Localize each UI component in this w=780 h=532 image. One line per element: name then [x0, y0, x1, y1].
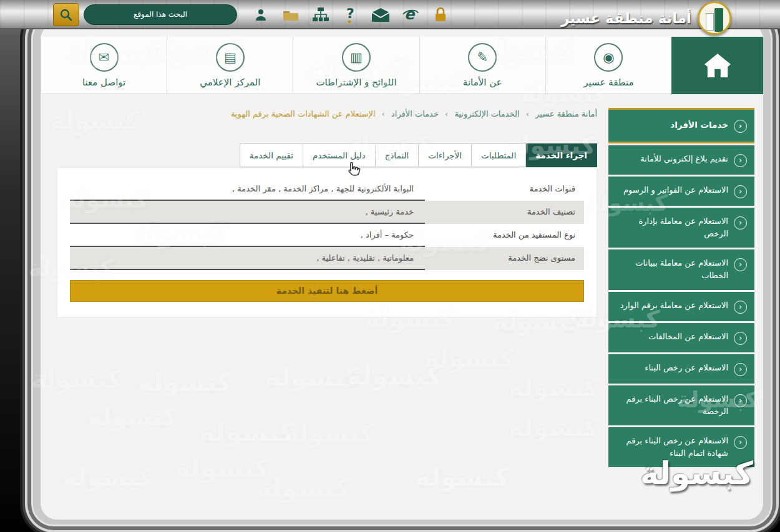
breadcrumb-link[interactable]: خدمات الأفراد [391, 109, 439, 118]
sidebar-item[interactable]: ‹ الاستعلام عن الفواتير و الرسوم [608, 177, 754, 206]
breadcrumb-separator: › [442, 109, 451, 118]
sidebar-item[interactable]: ‹ الاستعلام عن رخص البناء برقم الرخصة [608, 385, 754, 425]
chevron-left-icon: ‹ [734, 185, 747, 198]
service-row-value: معلوماتية , تقليدية , تفاعلية , [70, 247, 425, 270]
nav-item[interactable]: ◉ منطقة عسير [545, 37, 671, 94]
service-tab[interactable]: الأجراءات [418, 143, 472, 167]
service-table-row: نوع المستفيد من الخدمة حكومة – أفراد , [70, 224, 584, 247]
envelope-icon: ✉ [90, 43, 119, 72]
breadcrumb-link[interactable]: الإستعلام عن الشهادات الصحية برقم الهوية [231, 109, 376, 118]
sidebar-item-label: الاستعلام عن الفواتير و الرسوم [616, 184, 728, 196]
newspaper-icon: ▤ [216, 43, 245, 72]
browser-icon[interactable]: e [401, 5, 421, 25]
service-row-value: البوابة الألكترونية للجهة , مراكز الخدمة… [70, 178, 425, 201]
chevron-left-icon: ‹ [734, 301, 747, 314]
service-tab[interactable]: اجراء الخدمة [525, 143, 597, 167]
breadcrumb: أمانة منطقة عسير › الخدمات الإلكترونية ›… [57, 109, 597, 118]
website-page: ◉ منطقة عسير ✎ عن الأمانة ▥ اللوائح و ال… [41, 23, 763, 520]
svg-text:e: e [404, 7, 416, 23]
window-frame: ◉ منطقة عسير ✎ عن الأمانة ▥ اللوائح و ال… [31, 16, 773, 526]
mail-icon[interactable] [371, 5, 391, 25]
sidebar-item[interactable]: ‹ خدمات الأفراد [608, 108, 754, 143]
service-tab[interactable]: دليل المستخدم [303, 143, 376, 167]
sidebar-item-label: الاستعلام عن معاملة بإدارة الرخص [616, 215, 728, 240]
sidebar-item-label: خدمات الأفراد [616, 118, 728, 132]
logo-calligraphy-text: أمانة منطقة عسير [561, 10, 691, 26]
sidebar-item-label: الاستعلام عن معاملة ببيانات الخطاب [616, 257, 728, 282]
service-row-label: قنوات الخدمة [425, 178, 584, 201]
service-row-value: خدمة رئيسية , [70, 201, 425, 224]
folder-icon[interactable] [281, 5, 301, 25]
nav-item-label: منطقة عسير [583, 77, 633, 88]
services-sidebar: ‹ خدمات الأفراد ‹ تقديم بلاغ إلكتروني لل… [608, 108, 754, 520]
service-table-row: قنوات الخدمة البوابة الألكترونية للجهة ,… [70, 178, 584, 201]
help-icon[interactable]: ? [341, 5, 361, 25]
home-icon [703, 52, 732, 79]
municipality-emblem-icon [698, 1, 731, 35]
service-table-row: تصنيف الخدمة خدمة رئيسية , [70, 201, 584, 224]
top-navigation: ◉ منطقة عسير ✎ عن الأمانة ▥ اللوائح و ال… [41, 37, 763, 94]
service-row-label: مستوى نضج الخدمة [425, 247, 584, 270]
chevron-left-icon: ‹ [734, 258, 747, 271]
svg-text:?: ? [346, 6, 354, 21]
search-button[interactable] [53, 3, 79, 26]
chevron-left-icon: ‹ [734, 120, 747, 133]
nav-item[interactable]: ▥ اللوائح و الإشتراطات [293, 37, 419, 94]
nav-item-label: اللوائح و الإشتراطات [316, 77, 396, 88]
nav-item-label: المركز الإعلامي [200, 77, 260, 88]
sidebar-item-label: الاستعلام عن رخص البناء برقم الرخصة [616, 393, 728, 418]
sitemap-icon[interactable] [311, 5, 331, 25]
sidebar-item[interactable]: ‹ الاستعلام عن رخص البناء [608, 354, 754, 384]
browser-toolbar: البحث هذا الموقع ? e أمانة منطقة عسير [0, 0, 780, 29]
content-column: أمانة منطقة عسير › الخدمات الإلكترونية ›… [41, 94, 608, 520]
sidebar-item-label: تقديم بلاغ إلكتروني للأمانة [616, 153, 728, 165]
breadcrumb-separator: › [379, 109, 388, 118]
chevron-left-icon: ‹ [734, 394, 747, 407]
pencil-note-icon: ✎ [468, 43, 497, 72]
sidebar-item-label: الاستعلام عن رخص البناء برقم شهادة اتمام… [616, 435, 728, 460]
user-icon[interactable] [251, 5, 271, 25]
toolbar-icons: ? e [251, 4, 451, 26]
chevron-left-icon: ‹ [734, 154, 747, 167]
service-table-row: مستوى نضج الخدمة معلوماتية , تقليدية , ت… [70, 247, 584, 270]
service-tabs: اجراء الخدمة المتطلبات الأجراءات النماذج… [57, 143, 597, 167]
main-area: ‹ خدمات الأفراد ‹ تقديم بلاغ إلكتروني لل… [41, 94, 763, 520]
service-tab[interactable]: تقييم الخدمة [240, 143, 303, 167]
site-logo[interactable]: أمانة منطقة عسير [561, 1, 731, 35]
nav-item-label: عن الأمانة [463, 77, 502, 88]
sidebar-item-label: الاستعلام عن رخص البناء [616, 362, 728, 374]
nav-item[interactable]: ✉ تواصل معنا [41, 37, 167, 94]
service-row-value: حكومة – أفراد , [70, 224, 425, 247]
chevron-left-icon: ‹ [734, 436, 747, 449]
lock-icon[interactable] [431, 5, 451, 25]
sidebar-item[interactable]: ‹ الاستعلام عن المخالفات [608, 323, 754, 352]
breadcrumb-link[interactable]: الخدمات الإلكترونية [454, 109, 519, 118]
site-search-input[interactable]: البحث هذا الموقع [84, 4, 237, 25]
regulations-document-icon: ▥ [342, 43, 371, 72]
sidebar-item[interactable]: ‹ الاستعلام عن معاملة بإدارة الرخص [608, 208, 754, 248]
nav-item[interactable]: ▤ المركز الإعلامي [167, 37, 293, 94]
magnifier-icon [59, 8, 73, 22]
service-tab[interactable]: النماذج [375, 143, 419, 167]
chevron-left-icon: ‹ [734, 363, 747, 376]
home-button[interactable] [671, 37, 763, 94]
service-row-label: تصنيف الخدمة [425, 201, 584, 224]
service-details-card: قنوات الخدمة البوابة الألكترونية للجهة ,… [57, 167, 597, 317]
chevron-left-icon: ‹ [734, 332, 747, 345]
chevron-left-icon: ‹ [734, 216, 747, 230]
breadcrumb-separator: › [524, 109, 532, 118]
sidebar-item[interactable]: ‹ تقديم بلاغ إلكتروني للأمانة [608, 145, 754, 175]
sidebar-item[interactable]: ‹ الاستعلام عن معاملة ببيانات الخطاب [608, 249, 754, 289]
sidebar-item-label: الاستعلام عن المخالفات [616, 331, 728, 343]
breadcrumb-link[interactable]: أمانة منطقة عسير [535, 109, 597, 118]
nav-item-label: تواصل معنا [82, 77, 125, 88]
execute-service-button[interactable]: أضغط هنا لتنفيذ الخدمة [70, 280, 584, 302]
service-tab[interactable]: المتطلبات [471, 143, 526, 167]
sidebar-item[interactable]: ‹ الاستعلام عن معاملة برقم الوارد [608, 292, 754, 321]
region-emblem-icon: ◉ [594, 43, 623, 72]
sidebar-item[interactable]: ‹ الاستعلام عن رخص البناء برقم شهادة اتم… [608, 427, 754, 467]
service-row-label: نوع المستفيد من الخدمة [425, 224, 584, 247]
nav-item[interactable]: ✎ عن الأمانة [419, 37, 545, 94]
sidebar-item-label: الاستعلام عن معاملة برقم الوارد [616, 299, 728, 312]
